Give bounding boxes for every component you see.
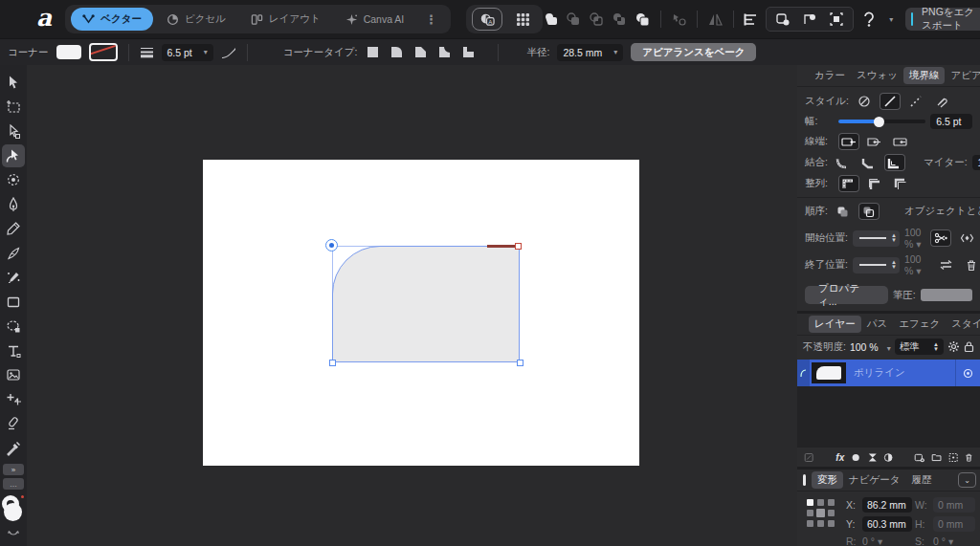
profile-editor-button[interactable] — [956, 229, 977, 247]
tab-navigator[interactable]: ナビゲータ — [843, 471, 905, 489]
stroke-style-dash-button[interactable] — [905, 93, 926, 110]
adjustment-layer-icon[interactable] — [868, 451, 878, 464]
w-field[interactable]: 0 mm — [933, 497, 975, 513]
artboard-tool[interactable] — [2, 96, 25, 119]
blend-mode-dropdown[interactable]: 標準 ▲▼ — [895, 339, 944, 355]
alignment-icon[interactable] — [743, 10, 759, 29]
order-front-button[interactable] — [858, 203, 880, 220]
tab-stroke[interactable]: 境界線 — [903, 67, 946, 84]
properties-button[interactable]: プロパティ... — [805, 286, 888, 304]
layer-effects-button[interactable]: fx — [835, 452, 844, 463]
corner-tool[interactable] — [2, 144, 25, 167]
pen-tool[interactable] — [2, 193, 25, 216]
corner-type-rounded-button[interactable] — [389, 44, 405, 60]
layer-row-polyline[interactable]: ポリライン — [797, 360, 980, 386]
stroke-eraser-tool[interactable] — [2, 412, 25, 435]
persona-tab-canva-ai[interactable]: Canva AI — [334, 8, 416, 31]
text-tool[interactable] — [2, 339, 25, 362]
join-miter-button[interactable] — [884, 154, 905, 171]
tab-history[interactable]: 履歴 — [905, 471, 937, 489]
stroke-style-solid-button[interactable] — [880, 93, 901, 110]
corner-node-bottom-right[interactable] — [517, 360, 523, 366]
layer-visibility-toggle[interactable] — [955, 360, 980, 386]
new-group-folder-icon[interactable] — [931, 451, 942, 463]
stroke-width-slider[interactable] — [838, 120, 925, 123]
new-layer-icon[interactable] — [914, 451, 924, 464]
stroke-width-field[interactable]: 6.5 pt — [930, 114, 972, 129]
color-picker-tool[interactable] — [2, 437, 25, 460]
x-field[interactable]: 86.2 mm — [862, 497, 912, 513]
rectangle-tool[interactable] — [2, 291, 25, 314]
pattern-layer-icon[interactable] — [948, 451, 958, 464]
snap-nodes-icon[interactable] — [800, 10, 819, 29]
tab-effects[interactable]: エフェク — [893, 316, 946, 333]
delete-layer-trash-icon[interactable] — [965, 451, 973, 464]
assistant-dropdown-chevron[interactable]: ▾ — [889, 15, 893, 24]
node-tool[interactable] — [2, 120, 25, 142]
cut-path-button[interactable] — [930, 229, 951, 247]
shape-tool[interactable] — [2, 315, 25, 338]
corner-type-concave-button[interactable] — [436, 44, 453, 60]
fill-stroke-color-well[interactable] — [1, 495, 26, 528]
flip-icon[interactable] — [707, 10, 724, 29]
align-inside-button[interactable] — [864, 175, 885, 192]
canvas-viewport[interactable] — [27, 65, 797, 546]
pressure-graph-field[interactable] — [921, 289, 972, 301]
stroke-presets-icon[interactable] — [140, 46, 154, 58]
stroke-width-dropdown[interactable]: 6.5 pt ▾ — [162, 44, 213, 61]
persona-tab-vector[interactable]: ベクター — [71, 8, 153, 31]
fill-swatch[interactable] — [56, 45, 81, 59]
persona-overflow-menu[interactable]: ⋮ — [417, 12, 445, 27]
corner-node-bottom-left[interactable] — [329, 360, 336, 366]
panel-options-chevron[interactable]: ⌄ — [958, 472, 976, 488]
h-field[interactable]: 0 mm — [933, 516, 975, 532]
order-behind-button[interactable] — [833, 203, 854, 220]
tab-swatches[interactable]: スウォッ — [851, 67, 903, 84]
stroke-style-texture-button[interactable] — [931, 93, 952, 110]
boolean-divide-icon[interactable] — [635, 10, 651, 29]
assistant-icon[interactable] — [860, 10, 877, 29]
join-bevel-button[interactable] — [858, 154, 880, 171]
pencil-tool[interactable] — [2, 217, 25, 240]
corner-type-cutout-button[interactable] — [460, 44, 477, 60]
appearance-toggle-button[interactable]: A — [472, 8, 502, 31]
stroke-profile-icon[interactable] — [221, 46, 236, 59]
layer-settings-gear-icon[interactable] — [947, 340, 960, 353]
panel-grip[interactable] — [803, 474, 806, 486]
start-pressure-profile-dropdown[interactable]: ▲▼ — [853, 230, 900, 247]
align-outside-button[interactable] — [890, 175, 911, 192]
more-tools-button[interactable]: … — [3, 478, 24, 490]
rotation-dropdown[interactable]: 0 ° ▾ — [862, 535, 912, 546]
stroke-style-none-button[interactable] — [854, 93, 875, 110]
move-tool[interactable] — [2, 71, 25, 94]
cap-square-button[interactable] — [890, 133, 911, 150]
corner-node-top-left-selected[interactable] — [325, 239, 338, 251]
studio-presets-button[interactable] — [508, 9, 537, 30]
vector-brush-tool[interactable] — [2, 242, 25, 265]
miter-field[interactable]: 1 — [972, 155, 980, 170]
tab-appearance[interactable]: アピアラ — [945, 67, 980, 84]
snap-geometry-icon[interactable] — [773, 10, 792, 29]
image-tool[interactable] — [2, 363, 25, 386]
reverse-path-button[interactable] — [935, 256, 956, 273]
select-same-icon[interactable] — [671, 10, 687, 29]
snap-bounding-box-icon[interactable] — [827, 10, 846, 29]
mask-layer-icon[interactable] — [851, 451, 860, 464]
end-pressure-profile-dropdown[interactable]: ▲▼ — [853, 257, 900, 273]
persona-tab-layout[interactable]: レイアウト — [239, 8, 332, 31]
boolean-intersect-icon[interactable] — [589, 10, 605, 29]
bake-appearance-button[interactable]: アピアランスをベーク — [631, 43, 756, 61]
join-round-button[interactable] — [833, 154, 854, 171]
cap-butt-button[interactable] — [838, 133, 859, 150]
radius-dropdown[interactable]: 28.5 mm ▾ — [557, 44, 623, 61]
corner-type-none-button[interactable] — [365, 44, 381, 60]
layers-list-empty-area[interactable] — [797, 386, 980, 448]
fill-color-circle[interactable] — [4, 503, 22, 521]
selection-brush-tool[interactable] — [2, 168, 25, 191]
start-percent-dropdown[interactable]: 100 % ▾ — [904, 227, 922, 250]
lock-layer-icon[interactable] — [964, 340, 974, 353]
fill-tool[interactable] — [2, 266, 25, 289]
stroke-swatch[interactable] — [89, 43, 118, 61]
slider-knob[interactable] — [874, 117, 884, 127]
export-png-button[interactable]: PNGをエクスポート — [905, 8, 980, 31]
